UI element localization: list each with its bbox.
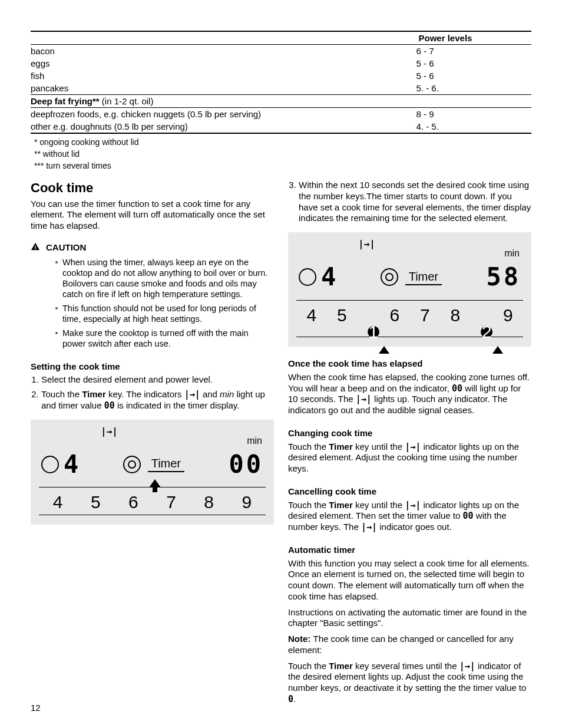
number-key: 51 <box>337 304 369 327</box>
elapsed-head: Once the cook time has elapsed <box>288 358 531 370</box>
table-item: deepfrozen foods, e.g. chicken nuggets (… <box>31 108 416 121</box>
timer-indicator-icon: |→| <box>184 389 200 400</box>
auto-p1: With this function you may select a cook… <box>288 558 531 602</box>
timer-figure-1: |→| min 4 Timer 00 4 5 <box>31 420 274 525</box>
right-column: Within the next 10 seconds set the desir… <box>288 180 531 710</box>
caution-label: CAUTION <box>46 242 86 253</box>
table-category: Deep fat frying** (in 1-2 qt. oil) <box>31 95 531 108</box>
note-p2: Touch the Timer key several times until … <box>288 661 531 705</box>
step-1: Select the desired element and power lev… <box>41 374 274 386</box>
timer-digits: 58 <box>486 262 521 293</box>
power-digit: 4 <box>321 262 338 293</box>
table-level: 5. - 6. <box>416 82 532 95</box>
caution-item: This function should not be used for lon… <box>55 303 274 324</box>
footnote: *** turn several times <box>31 160 531 172</box>
elapsed-body: When the cook time has elapsed, the cook… <box>288 372 531 416</box>
timer-digits: 00 <box>229 449 263 480</box>
element-icon <box>299 268 316 286</box>
footnote: ** without lid <box>31 148 531 160</box>
power-digit: 4 <box>64 449 81 480</box>
table-item: other e.g. doughnuts (0.5 lb per serving… <box>31 120 416 133</box>
table-footnotes: * ongoing cooking without lid ** without… <box>31 134 531 172</box>
step-badge: 1 <box>368 326 379 338</box>
power-levels-header: Power levels <box>416 31 532 45</box>
number-key: 7 <box>420 304 430 327</box>
number-key: 4 <box>53 491 63 513</box>
table-item: bacon <box>31 45 416 58</box>
changing-head: Changing cook time <box>288 428 531 439</box>
step-2: Touch the Timer key. The indicators |→| … <box>41 389 274 411</box>
note-line: Note: The cook time can be changed or ca… <box>288 634 531 656</box>
caution-item: When using the timer, always keep an eye… <box>55 257 274 300</box>
number-row: 4 51 6 7 82 9 <box>296 301 523 338</box>
arrow-up-icon <box>379 327 389 354</box>
number-key: 5 <box>91 491 101 513</box>
timer-key-label: Timer <box>148 456 184 472</box>
power-table: Power levels bacon6 - 7 eggs5 - 6 fish5 … <box>31 31 531 134</box>
table-item: fish <box>31 70 416 82</box>
cook-time-intro: You can use the timer function to set a … <box>31 199 274 232</box>
table-level: 5 - 6 <box>416 70 532 82</box>
cancel-body: Touch the Timer key until the |→| indica… <box>288 500 531 533</box>
changing-body: Touch the Timer key until the |→| indica… <box>288 442 531 475</box>
timer-indicator-icon: |→| <box>459 661 475 671</box>
cook-time-heading: Cook time <box>31 180 274 196</box>
table-item: pancakes <box>31 82 416 95</box>
warning-icon: ! <box>31 242 40 251</box>
svg-text:!: ! <box>34 244 36 250</box>
table-level: 6 - 7 <box>416 45 532 58</box>
arrow-up-icon <box>492 327 503 354</box>
step-3: Within the next 10 seconds set the desir… <box>299 180 531 224</box>
number-key: 7 <box>166 491 176 513</box>
timer-figure-2: |→| min 4 Timer 58 4 51 6 <box>288 232 531 347</box>
min-label: min <box>247 435 262 447</box>
caution-list: When using the timer, always keep an eye… <box>55 257 274 350</box>
number-key: 9 <box>503 304 513 327</box>
footnote: * ongoing cooking without lid <box>31 136 531 148</box>
table-level: 4. - 5. <box>416 120 532 133</box>
timer-indicator-icon: |→| <box>405 500 421 510</box>
setting-steps: Select the desired element and power lev… <box>31 374 274 411</box>
auto-head: Automatic timer <box>288 545 531 556</box>
timer-indicator-icon: |→| <box>356 394 372 404</box>
arrow-up-icon <box>149 479 161 487</box>
timer-element-icon <box>123 456 141 473</box>
page-number: 12 <box>31 703 41 713</box>
cancel-head: Cancelling cook time <box>288 486 531 498</box>
timer-element-icon <box>381 268 398 286</box>
table-level: 8 - 9 <box>416 108 532 121</box>
step-badge: 2 <box>481 326 492 338</box>
caution-item: Make sure the cooktop is turned off with… <box>55 328 274 349</box>
table-item: eggs <box>31 57 416 70</box>
number-key: 8 <box>204 491 214 513</box>
number-key: 4 <box>306 304 316 327</box>
number-key: 6 <box>389 304 399 327</box>
timer-indicator-icon: |→| <box>361 522 377 532</box>
auto-p2: Instructions on activating the automatic… <box>288 607 531 630</box>
table-level: 5 - 6 <box>416 57 532 70</box>
left-column: Cook time You can use the timer function… <box>31 180 274 710</box>
number-key: 6 <box>128 491 138 513</box>
element-icon <box>41 456 59 473</box>
number-key: 82 <box>450 304 482 327</box>
min-label: min <box>504 248 520 259</box>
setting-steps-cont: Within the next 10 seconds set the desir… <box>288 180 531 224</box>
timer-indicator-icon: |→| <box>405 442 421 452</box>
number-key: 9 <box>242 491 252 513</box>
setting-cook-time-head: Setting the cook time <box>31 361 274 373</box>
timer-key-label: Timer <box>405 269 442 285</box>
